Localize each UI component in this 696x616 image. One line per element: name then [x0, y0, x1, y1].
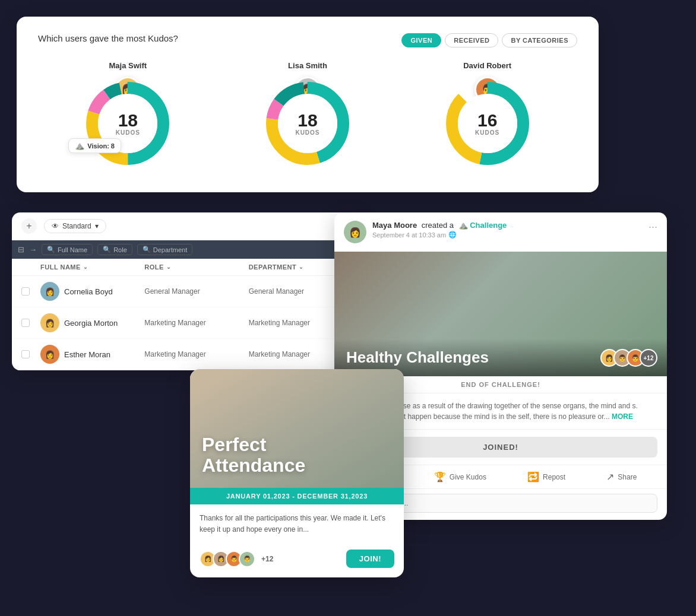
add-button[interactable]: + — [21, 218, 37, 234]
attendance-card: PerfectAttendance JANUARY 01,2023 - DECE… — [190, 369, 404, 577]
search-icon: 🔍 — [47, 246, 55, 253]
donut-center-1: 18 KUDOS — [116, 112, 140, 136]
given-filter-button[interactable]: GIVEN — [401, 33, 441, 47]
department-filter[interactable]: 🔍 Department — [137, 244, 192, 255]
sort-icon-dept[interactable]: ⌄ — [299, 264, 304, 270]
row-avatar-2: 👩 — [40, 313, 59, 332]
row-checkbox-1[interactable] — [21, 287, 30, 296]
challenge-creator-avatar: 👩 — [344, 221, 366, 243]
kudos-person-3: 👨 David Robert 16 KUDOS — [440, 55, 535, 171]
donut-center-2: 18 KUDOS — [295, 112, 319, 136]
person-name-3: David Robert — [463, 61, 511, 70]
by-categories-filter-button[interactable]: BY CATEGORIES — [502, 33, 577, 47]
challenge-image: Healthy Challenges 👩 👨 👨 +12 — [334, 252, 667, 376]
view-selector[interactable]: 👁 Standard ▾ — [44, 219, 106, 233]
kudos-person-2: 👩 Lisa Smith 18 KUDOS — [260, 55, 355, 171]
donut-2: 18 KUDOS — [260, 76, 355, 171]
table-row: 👩 Georgia Morton Marketing Manager Marke… — [12, 307, 362, 339]
join-button[interactable]: JOIN! — [346, 550, 394, 568]
share-button[interactable]: ↗ Share — [606, 471, 637, 482]
share-icon: ↗ — [606, 471, 614, 482]
attendance-image: PerfectAttendance — [190, 369, 404, 488]
challenge-link[interactable]: Challenge — [470, 221, 507, 230]
row-name-3: Esther Moran — [64, 350, 110, 359]
donut-number-1: 18 — [116, 112, 140, 129]
donut-number-2: 18 — [295, 112, 319, 129]
kudos-icon: 🏆 — [434, 471, 446, 482]
row-avatar-1: 👩 — [40, 282, 59, 301]
table-card: + 👁 Standard ▾ ⊟ → 🔍 Full Name 🔍 Role 🔍 … — [12, 212, 362, 370]
attendance-date-banner: JANUARY 01,2023 - DECEMBER 31,2023 — [190, 488, 404, 504]
participant-count: +12 — [640, 349, 657, 367]
row-role-3: Marketing Manager — [144, 350, 248, 358]
donut-number-3: 16 — [475, 112, 499, 129]
table-row: 👩 Cornelia Boyd General Manager General … — [12, 276, 362, 307]
challenge-date: September 4 at 10:33 am 🌐 — [372, 231, 643, 239]
donut-3: 16 KUDOS — [440, 76, 535, 171]
donut-label-2: KUDOS — [295, 129, 319, 136]
row-checkbox-2[interactable] — [21, 319, 30, 327]
sort-icon-role[interactable]: ⌄ — [166, 264, 172, 270]
chevron-down-icon: ▾ — [95, 222, 99, 230]
table-toolbar: + 👁 Standard ▾ — [12, 212, 362, 240]
challenge-more-button[interactable]: ··· — [648, 221, 657, 233]
kudos-filter-buttons: GIVEN RECEIVED BY CATEGORIES — [401, 33, 577, 47]
kudos-charts-row: 👩 Maja Swift 18 KUDOS — [38, 55, 577, 171]
challenge-meta: Maya Moore created a ⛰️ Challenge Septem… — [372, 221, 643, 239]
full-name-filter[interactable]: 🔍 Full Name — [42, 244, 93, 255]
sort-icon-name[interactable]: ⌄ — [83, 264, 88, 270]
attendance-avatars: 👩 👩 👨 👨 — [200, 551, 255, 567]
received-filter-button[interactable]: RECEIVED — [445, 33, 498, 47]
columns-icon: ⊟ — [18, 245, 24, 254]
challenge-icon: ⛰️ — [458, 221, 468, 230]
eye-icon: 👁 — [52, 222, 59, 230]
challenge-header: 👩 Maya Moore created a ⛰️ Challenge Sept… — [334, 212, 667, 252]
attendance-participant-count: +12 — [261, 555, 273, 563]
attendance-footer: 👩 👩 👨 👨 +12 JOIN! — [190, 544, 404, 577]
search-icon-role: 🔍 — [103, 246, 111, 253]
donut-1: 18 KUDOS ⛰️ Vision: 8 — [80, 76, 175, 171]
person-name-1: Maja Swift — [109, 61, 147, 70]
row-name-2: Georgia Morton — [64, 319, 118, 328]
attendance-title-overlay: PerfectAttendance — [202, 434, 305, 476]
challenge-meta-title: Maya Moore created a ⛰️ Challenge — [372, 221, 643, 230]
repost-icon: 🔁 — [527, 471, 539, 482]
search-icon-dept: 🔍 — [143, 246, 151, 253]
donut-center-3: 16 KUDOS — [475, 112, 499, 136]
column-header-name: FULL NAME ⌄ — [40, 263, 144, 271]
attendance-title: PerfectAttendance — [202, 434, 305, 476]
column-header-role: ROLE ⌄ — [144, 263, 248, 271]
table-row: 👩 Esther Moran Marketing Manager Marketi… — [12, 339, 362, 370]
donut-label-3: KUDOS — [475, 129, 499, 136]
person-name-2: Lisa Smith — [288, 61, 327, 70]
att-avatar-4: 👨 — [239, 551, 255, 567]
globe-icon: 🌐 — [448, 231, 457, 239]
row-checkbox-3[interactable] — [21, 350, 30, 358]
row-role-2: Marketing Manager — [144, 319, 248, 327]
vision-tooltip: ⛰️ Vision: 8 — [68, 138, 121, 153]
donut-label-1: KUDOS — [116, 129, 140, 136]
row-name-1: Cornelia Boyd — [64, 287, 113, 296]
challenge-participants: 👩 👨 👨 +12 — [605, 349, 657, 367]
arrow-icon: → — [29, 245, 37, 254]
row-role-1: General Manager — [144, 287, 248, 296]
give-kudos-button[interactable]: 🏆 Give Kudos — [434, 471, 486, 482]
filter-row: ⊟ → 🔍 Full Name 🔍 Role 🔍 Department — [12, 240, 362, 259]
table-header: FULL NAME ⌄ ROLE ⌄ DEPARTMENT ⌄ — [12, 259, 362, 276]
row-avatar-3: 👩 — [40, 345, 59, 364]
mountain-icon: ⛰️ — [75, 141, 84, 150]
role-filter[interactable]: 🔍 Role — [97, 244, 132, 255]
read-more-link[interactable]: MORE — [612, 412, 633, 421]
repost-button[interactable]: 🔁 Repost — [527, 471, 565, 482]
kudos-card: Which users gave the most Kudos? GIVEN R… — [17, 17, 599, 192]
kudos-person-1: 👩 Maja Swift 18 KUDOS — [80, 55, 175, 171]
attendance-body: Thanks for all the participations this y… — [190, 504, 404, 544]
